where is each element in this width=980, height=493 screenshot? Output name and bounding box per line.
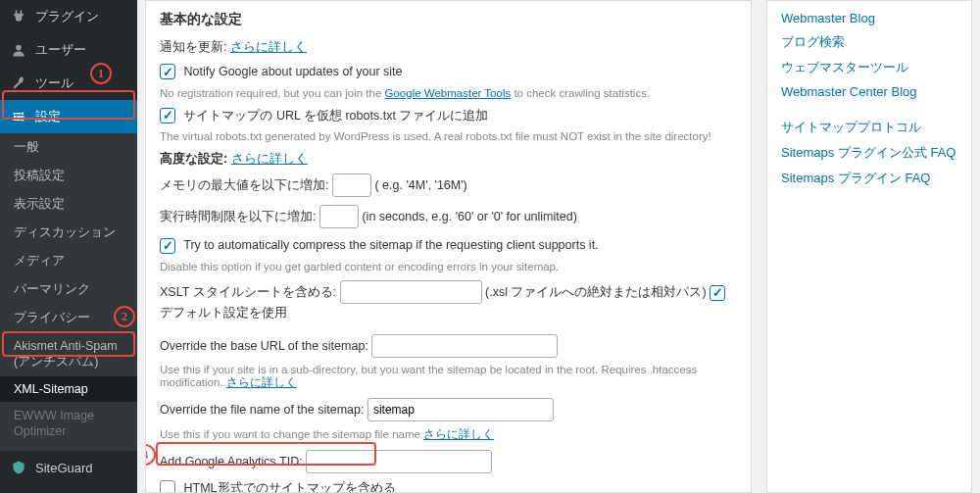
link-webmaster-center[interactable]: Webmaster Center Blog [781, 84, 957, 99]
plug-icon [10, 8, 27, 25]
svg-point-3 [22, 119, 24, 121]
override-base-label: Override the base URL of the sitemap: [160, 339, 368, 353]
annotation-3: 3 [145, 444, 156, 466]
webmaster-tools-link[interactable]: Google Webmaster Tools [385, 87, 512, 99]
sidebar-item-permalink[interactable]: パーマリンク [0, 275, 137, 304]
user-icon [10, 41, 27, 59]
notify-google-label: Notify Google about updates of your site [183, 65, 402, 78]
link-webmaster-blog[interactable]: Webmaster Blog [781, 11, 957, 25]
compress-checkbox[interactable] [160, 238, 175, 254]
sidebar-item-ewww[interactable]: EWWW Image Optimizer [0, 402, 137, 446]
compress-label: Try to automatically compress the sitema… [183, 238, 598, 252]
sidebar-label: 設定 [35, 108, 61, 125]
sidebar-label: ユーザー [35, 41, 86, 59]
more-link[interactable]: さらに詳しく [423, 428, 494, 440]
sidebar-item-discussion[interactable]: ディスカッション [0, 219, 137, 247]
link-webmaster-tool[interactable]: ウェブマスターツール [781, 59, 957, 76]
xslt-default-checkbox[interactable] [710, 285, 725, 301]
override-base-input[interactable] [371, 334, 558, 358]
exec-hint: (in seconds, e.g. '60' or '0' for unlimi… [362, 210, 576, 223]
sidebar-item-siteguard[interactable]: SiteGuard [0, 451, 137, 484]
shield-icon [10, 459, 27, 476]
ga-tid-label: Add Google Analytics TID: [160, 455, 303, 468]
sidebar-item-xml-sitemap[interactable]: XML-Sitemap [0, 376, 137, 402]
compress-desc: Disable this option if you get garbled c… [160, 261, 737, 272]
wrench-icon [10, 74, 27, 92]
sidebar-label: SiteGuard [35, 461, 93, 475]
more-link[interactable]: さらに詳しく [231, 151, 308, 166]
sliders-icon [10, 108, 27, 125]
more-link[interactable]: さらに詳しく [226, 376, 297, 388]
memory-label: メモリの最大値を以下に増加: [160, 178, 328, 192]
link-sitemaps-plugin-faq[interactable]: Sitemaps プラグイン FAQ [781, 170, 957, 187]
sitemap-robots-label: サイトマップの URL を仮想 robots.txt ファイルに追加 [183, 109, 488, 123]
svg-point-1 [22, 113, 24, 115]
exec-label: 実行時間制限を以下に増加: [160, 210, 316, 223]
xslt-label: XSLT スタイルシートを含める: [160, 285, 336, 299]
memory-input[interactable] [332, 173, 371, 197]
ga-tid-input[interactable] [306, 450, 492, 473]
xslt-hint: (.xsl ファイルへの絶対または相対パス) [485, 285, 707, 299]
sidebar-item-tools[interactable]: ツール [0, 67, 137, 100]
link-sitemaps-faq[interactable]: Sitemaps プラグイン公式 FAQ [781, 144, 957, 162]
sidebar-item-posting[interactable]: 投稿設定 [0, 162, 137, 190]
svg-point-0 [16, 45, 22, 51]
override-name-desc: Use this if you want to change the sitem… [160, 428, 423, 440]
admin-sidebar: プラグイン ユーザー ツール 設定 一般 投稿設定 表示設定 ディスカッション … [0, 0, 137, 493]
sitemap-robots-desc: The virtual robots.txt generated by Word… [160, 130, 737, 142]
sidebar-item-privacy[interactable]: プライバシー [0, 304, 137, 332]
exec-input[interactable] [319, 205, 359, 228]
panel-title: 基本的な設定 [160, 11, 737, 28]
sidebar-item-media[interactable]: メディア [0, 247, 137, 275]
notify-google-checkbox[interactable] [160, 64, 175, 79]
html-sitemap-label: HTML形式でのサイトマップを含める [183, 481, 395, 493]
sidebar-item-display[interactable]: 表示設定 [0, 190, 137, 219]
sidebar-item-general[interactable]: 一般 [0, 133, 137, 162]
svg-point-2 [14, 116, 16, 118]
advanced-label: 高度な設定: [160, 151, 227, 166]
notify-desc-a: No registration required, but you can jo… [160, 87, 385, 99]
sidebar-item-conoha[interactable]: ConoHa WING [0, 484, 137, 493]
sidebar-item-users[interactable]: ユーザー [0, 33, 137, 67]
sidebar-item-plugins[interactable]: プラグイン [0, 0, 137, 33]
sidebar-item-akismet[interactable]: Akismet Anti-Spam (アンチスパム) [0, 332, 137, 376]
more-link[interactable]: さらに詳しく [230, 40, 307, 54]
sidebar-label: ツール [35, 74, 74, 92]
sitemap-robots-checkbox[interactable] [160, 108, 175, 123]
xslt-default-label: デフォルト設定を使用 [160, 306, 287, 320]
settings-submenu: 一般 投稿設定 表示設定 ディスカッション メディア パーマリンク プライバシー… [0, 133, 137, 451]
notify-desc-b: to check crawling statistics. [511, 87, 650, 99]
memory-hint: ( e.g. '4M', '16M') [374, 178, 466, 192]
override-name-label: Override the file name of the sitemap: [160, 403, 364, 417]
right-links-panel: Webmaster Blog ブログ検索 ウェブマスターツール Webmaste… [766, 0, 972, 493]
override-name-input[interactable] [368, 398, 554, 421]
html-sitemap-checkbox[interactable] [160, 480, 175, 493]
sidebar-label: プラグイン [35, 8, 99, 25]
notice-update-label: 通知を更新: [160, 40, 226, 54]
sidebar-item-settings[interactable]: 設定 [0, 100, 137, 133]
settings-panel: 基本的な設定 通知を更新: さらに詳しく Notify Google about… [145, 0, 752, 493]
link-sitemap-protocol[interactable]: サイトマッププロトコル [781, 119, 957, 136]
link-blog-search[interactable]: ブログ検索 [781, 33, 957, 51]
xslt-input[interactable] [340, 280, 482, 304]
